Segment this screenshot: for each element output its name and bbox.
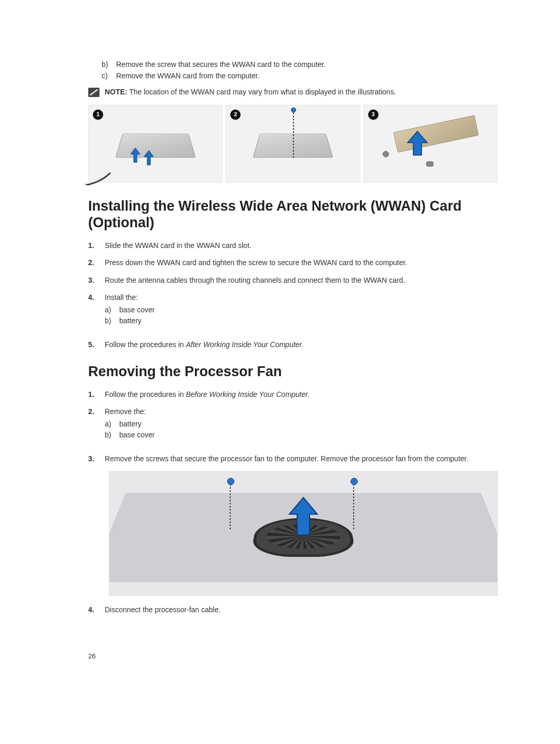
screw-path-graphic [230, 481, 231, 531]
substep: a) base cover [105, 305, 498, 315]
page-number: 26 [88, 652, 498, 661]
step-number: 2. [88, 258, 97, 268]
step-body: Follow the procedures in After Working I… [105, 340, 498, 350]
list-item: 4. Install the: a) base cover b) battery [88, 293, 498, 333]
section-heading-install-wwan: Installing the Wireless Wide Area Networ… [88, 198, 498, 231]
list-item: 2. Press down the WWAN card and tighten … [88, 258, 498, 268]
substep-marker: b) [105, 430, 114, 440]
step-body: Remove the: a) battery b) base cover [105, 407, 498, 447]
arrow-up-icon [130, 147, 141, 163]
step-text-italic: Before Working Inside Your Computer. [186, 390, 310, 398]
illustration-panel-2: 2 [226, 105, 360, 183]
step-text: Route the antenna cables through the rou… [105, 275, 498, 286]
screw-graphic [383, 151, 389, 157]
substep-marker: a) [105, 305, 114, 315]
step-text-prefix: Follow the procedures in [105, 340, 186, 349]
substep: c) Remove the WWAN card from the compute… [102, 71, 498, 81]
step-text: Install the: [105, 293, 138, 301]
list-item: 1. Follow the procedures in Before Worki… [88, 390, 498, 400]
substep-text: battery [119, 316, 142, 326]
substeps: a) battery b) base cover [105, 419, 498, 440]
substep-marker: a) [105, 419, 114, 430]
substep: b) Remove the screw that secures the WWA… [102, 60, 498, 70]
note-callout: NOTE: The location of the WWAN card may … [88, 87, 498, 98]
screw-graphic [426, 161, 433, 167]
screw-head-graphic [291, 107, 296, 113]
note-label: NOTE: [105, 88, 128, 96]
wwan-card-graphic [115, 133, 195, 158]
step-number: 3. [88, 275, 97, 286]
section-heading-remove-fan: Removing the Processor Fan [88, 364, 498, 380]
list-item: 3. Route the antenna cables through the … [88, 275, 498, 286]
arrow-up-icon [285, 495, 321, 537]
step-text: Remove the screws that secure the proces… [105, 454, 498, 464]
substep-text: base cover [119, 305, 155, 315]
list-item: 4. Disconnect the processor-fan cable. [88, 605, 498, 615]
step-number: 3. [88, 454, 97, 464]
substep-text: Remove the screw that secures the WWAN c… [116, 60, 326, 70]
step-text: Remove the: [105, 407, 146, 416]
substep: b) battery [105, 316, 498, 326]
list-item: 5. Follow the procedures in After Workin… [88, 340, 498, 350]
step-body: Install the: a) base cover b) battery [105, 293, 498, 333]
step-text: Slide the WWAN card in the WWAN card slo… [105, 241, 498, 251]
substep-marker: b) [105, 316, 114, 326]
step-number: 1. [88, 390, 97, 400]
step-text-prefix: Follow the procedures in [105, 390, 186, 398]
step-number-badge: 1 [93, 109, 103, 120]
step-number: 2. [88, 407, 97, 447]
note-body: The location of the WWAN card may vary f… [128, 88, 396, 96]
step-text: Disconnect the processor-fan cable. [105, 605, 498, 615]
note-icon [88, 88, 100, 97]
step-number-badge: 2 [230, 109, 241, 120]
step-text-italic: After Working Inside Your Computer. [186, 340, 303, 349]
processor-fan-illustration [109, 471, 498, 596]
step-text: Press down the WWAN card and tighten the… [105, 258, 498, 268]
illustration-panel-3: 3 [363, 105, 498, 183]
step-body: Follow the procedures in Before Working … [105, 390, 498, 400]
step-number: 1. [88, 241, 97, 251]
illustration-panel-1: 1 [88, 105, 222, 183]
note-text: NOTE: The location of the WWAN card may … [105, 87, 396, 98]
remove-fan-steps-continued: 4. Disconnect the processor-fan cable. [88, 605, 498, 615]
step-number-badge: 3 [368, 109, 379, 120]
remove-fan-steps: 1. Follow the procedures in Before Worki… [88, 390, 498, 464]
list-item: 2. Remove the: a) battery b) base cover [88, 407, 498, 447]
arrow-up-icon [143, 149, 155, 166]
step-number: 5. [88, 340, 97, 350]
substeps: a) base cover b) battery [105, 305, 498, 326]
substep-text: Remove the WWAN card from the computer. [116, 71, 259, 81]
substep-text: battery [119, 419, 142, 430]
wwan-removal-illustration: 1 2 3 [88, 105, 498, 183]
step-number: 4. [88, 605, 97, 615]
substep-marker: c) [102, 71, 111, 81]
step-number: 4. [88, 293, 97, 333]
screw-path-graphic [353, 481, 354, 531]
substep: b) base cover [105, 430, 498, 440]
antenna-wires-graphic [83, 154, 125, 185]
install-wwan-steps: 1. Slide the WWAN card in the WWAN card … [88, 241, 498, 350]
screw-path-graphic [293, 109, 294, 159]
list-item: 3. Remove the screws that secure the pro… [88, 454, 498, 464]
arrow-up-icon [405, 130, 429, 156]
substep-marker: b) [102, 60, 111, 70]
substep-text: base cover [119, 430, 155, 440]
list-item: 1. Slide the WWAN card in the WWAN card … [88, 241, 498, 251]
prior-substeps: b) Remove the screw that secures the WWA… [102, 60, 498, 81]
substep: a) battery [105, 419, 498, 430]
